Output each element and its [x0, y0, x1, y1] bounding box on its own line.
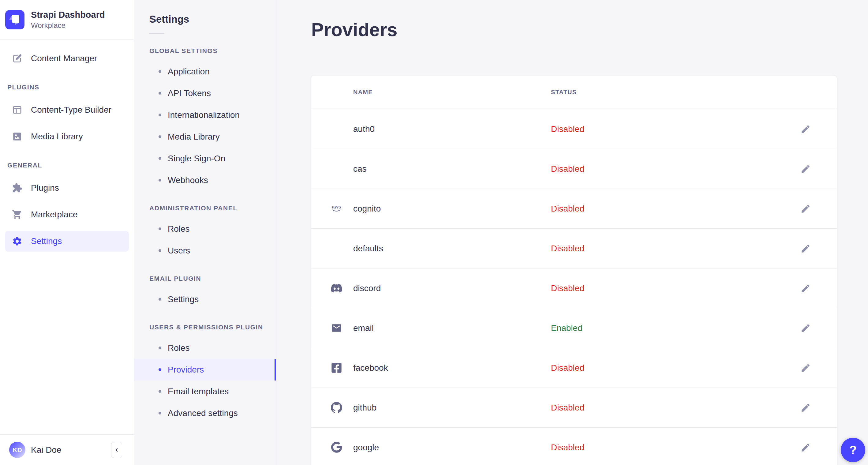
subnav-item-roles[interactable]: Roles [134, 218, 276, 240]
strapi-logo-icon [5, 10, 25, 29]
subnav-section-heading: USERS & PERMISSIONS PLUGIN [149, 323, 276, 331]
edit-provider-button[interactable] [799, 162, 813, 176]
provider-status: Disabled [551, 283, 799, 293]
question-icon: ? [849, 443, 857, 457]
pencil-icon [800, 124, 811, 134]
subnav-item-label: Single Sign-On [168, 154, 225, 163]
provider-status: Disabled [551, 204, 799, 214]
brand-text: Strapi Dashboard Workplace [31, 9, 105, 30]
sidebar-item-label: Media Library [31, 132, 83, 142]
sidebar-item-label: Settings [31, 236, 62, 246]
sidebar-item-label: Content Manager [31, 54, 97, 63]
sidebar-section-heading: PLUGINS [7, 84, 126, 91]
provider-name: defaults [353, 244, 551, 253]
provider-name: email [353, 323, 551, 333]
brand[interactable]: Strapi Dashboard Workplace [0, 0, 134, 39]
edit-provider-button[interactable] [799, 440, 813, 455]
collapse-button[interactable] [111, 442, 122, 458]
avatar[interactable]: KD [9, 442, 25, 458]
pencil-icon [800, 243, 811, 254]
edit-provider-button[interactable] [799, 281, 813, 296]
subnav-item-label: Settings [168, 294, 199, 304]
subnav-section-heading: ADMINISTRATION PANEL [149, 205, 276, 212]
main-content: Providers NAME STATUS auth0DisabledcasDi… [276, 0, 868, 465]
sidebar-item-settings[interactable]: Settings [5, 231, 129, 252]
pencil-icon [800, 403, 811, 413]
subnav-item-settings[interactable]: Settings [134, 288, 276, 310]
subnav-item-roles[interactable]: Roles [134, 337, 276, 359]
provider-status: Disabled [551, 403, 799, 413]
edit-provider-button[interactable] [799, 202, 813, 216]
avatar-initials: KD [12, 446, 22, 454]
edit-provider-button[interactable] [799, 321, 813, 335]
edit-provider-button[interactable] [799, 122, 813, 136]
sidebar-item-media-library[interactable]: Media Library [5, 126, 129, 147]
table-row-discord: discordDisabled [311, 269, 837, 308]
cart-icon [12, 209, 22, 220]
bullet-icon [159, 298, 161, 301]
discord-icon [331, 283, 353, 294]
sidebar-nav: Content ManagerPLUGINSContent-Type Build… [0, 39, 134, 434]
sidebar-item-marketplace[interactable]: Marketplace [5, 204, 129, 225]
settings-subnav: Settings GLOBAL SETTINGSApplicationAPI T… [134, 0, 276, 465]
table-row-defaults: defaultsDisabled [311, 229, 837, 269]
subnav-item-users[interactable]: Users [134, 240, 276, 261]
subnav-item-label: Advanced settings [168, 408, 238, 418]
provider-status: Enabled [551, 323, 799, 333]
chevron-left-icon [114, 447, 120, 453]
google-icon [331, 442, 353, 453]
subnav-sections: GLOBAL SETTINGSApplicationAPI TokensInte… [134, 47, 276, 424]
sidebar-item-content-type-builder[interactable]: Content-Type Builder [5, 99, 129, 120]
provider-status: Disabled [551, 443, 799, 453]
subnav-item-media-library[interactable]: Media Library [134, 126, 276, 148]
subnav-item-api-tokens[interactable]: API Tokens [134, 82, 276, 104]
sidebar-section-heading: GENERAL [7, 162, 126, 169]
envelope-icon [331, 322, 353, 334]
pencil-icon [800, 323, 811, 333]
provider-status: Disabled [551, 164, 799, 174]
provider-name: cas [353, 164, 551, 174]
bullet-icon [159, 368, 161, 371]
pencil-icon [800, 164, 811, 174]
provider-name: facebook [353, 363, 551, 373]
pencil-icon [800, 204, 811, 214]
subnav-item-application[interactable]: Application [134, 61, 276, 82]
sidebar-item-content-manager[interactable]: Content Manager [5, 48, 129, 69]
provider-name: auth0 [353, 124, 551, 134]
pencil-icon [800, 442, 811, 453]
providers-table-card: NAME STATUS auth0DisabledcasDisabledawsc… [311, 75, 837, 465]
subnav-item-single-sign-on[interactable]: Single Sign-On [134, 148, 276, 169]
provider-name: discord [353, 283, 551, 293]
provider-status: Disabled [551, 363, 799, 373]
table-body: auth0DisabledcasDisabledawscognitoDisabl… [311, 109, 837, 465]
subnav-item-label: Internationalization [168, 110, 240, 120]
bullet-icon [159, 249, 161, 252]
edit-provider-button[interactable] [799, 361, 813, 375]
help-button[interactable]: ? [841, 438, 865, 462]
subnav-item-label: Webhooks [168, 176, 208, 185]
subnav-item-label: Email templates [168, 386, 229, 396]
bullet-icon [159, 135, 161, 138]
sidebar-item-label: Plugins [31, 183, 59, 193]
subnav-item-internationalization[interactable]: Internationalization [134, 104, 276, 126]
pencil-icon [800, 363, 811, 373]
subnav-item-providers[interactable]: Providers [134, 359, 276, 380]
column-header-name: NAME [353, 89, 551, 96]
table-row-github: githubDisabled [311, 388, 837, 428]
bullet-icon [159, 227, 161, 230]
provider-status: Disabled [551, 124, 799, 134]
bullet-icon [159, 157, 161, 160]
subnav-item-email-templates[interactable]: Email templates [134, 380, 276, 402]
edit-provider-button[interactable] [799, 242, 813, 256]
image-icon [12, 131, 22, 142]
subnav-item-webhooks[interactable]: Webhooks [134, 169, 276, 191]
subnav-item-advanced-settings[interactable]: Advanced settings [134, 402, 276, 424]
edit-provider-button[interactable] [799, 401, 813, 415]
brand-title: Strapi Dashboard [31, 9, 105, 20]
provider-name: google [353, 443, 551, 453]
svg-text:aws: aws [332, 204, 341, 209]
subnav-item-label: Providers [168, 365, 204, 375]
sidebar-item-label: Marketplace [31, 210, 78, 219]
sidebar-item-plugins[interactable]: Plugins [5, 178, 129, 198]
bullet-icon [159, 346, 161, 349]
